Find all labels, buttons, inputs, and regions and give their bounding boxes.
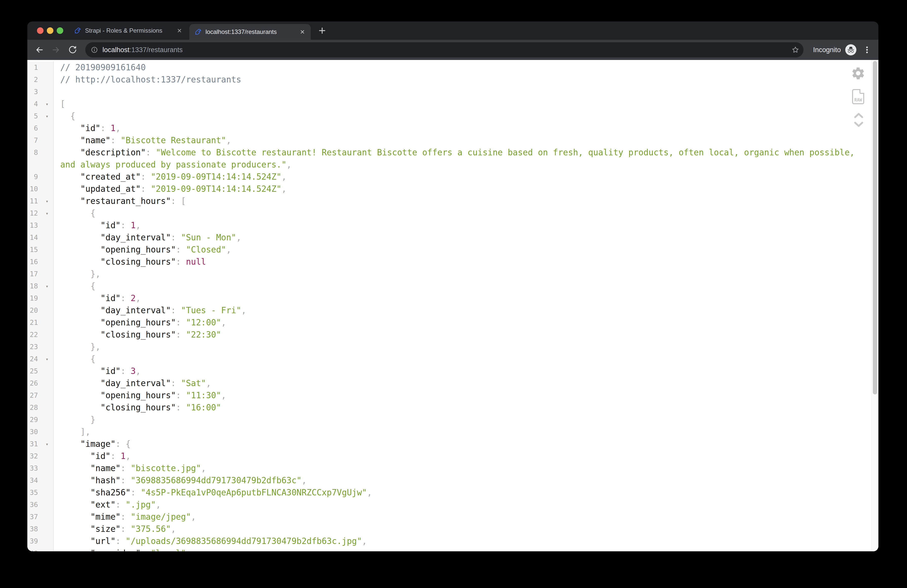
code-text: "provider": "local", xyxy=(54,547,858,551)
address-bar[interactable]: localhost:1337/restaurants xyxy=(85,42,803,58)
site-info-icon[interactable] xyxy=(91,46,98,53)
json-line: 30 ], xyxy=(27,426,878,438)
reload-button[interactable] xyxy=(68,46,77,54)
strapi-favicon-icon xyxy=(74,27,82,34)
collapse-toggle-icon[interactable]: ▾ xyxy=(46,110,48,122)
line-number: 16 xyxy=(28,256,38,268)
line-number-gutter: 15 xyxy=(27,244,54,256)
json-line: 25 "id": 3, xyxy=(27,365,878,377)
line-number-gutter: 10 xyxy=(27,183,54,195)
collapse-toggle-icon[interactable]: ▾ xyxy=(46,438,48,450)
line-number: 1 xyxy=(28,61,38,74)
scroll-down-chevron-icon[interactable] xyxy=(854,121,864,128)
line-number: 38 xyxy=(28,523,38,535)
line-number-gutter: 17 xyxy=(27,268,54,280)
code-text: "id": 1, xyxy=(54,219,858,232)
line-number-gutter: 6 xyxy=(27,122,54,135)
code-text: "mime": "image/jpeg", xyxy=(54,511,858,523)
line-number: 27 xyxy=(28,389,38,402)
json-viewer: 1// 201909091616402// http://localhost:1… xyxy=(27,60,878,551)
bookmark-star-icon[interactable] xyxy=(792,46,800,54)
code-text: { xyxy=(54,110,858,122)
close-window-button[interactable] xyxy=(37,27,43,34)
line-number: 30 xyxy=(28,426,38,438)
back-button[interactable] xyxy=(35,46,44,54)
line-number-gutter: 31▾ xyxy=(27,438,54,450)
json-line: 28 "closing_hours": "16:00" xyxy=(27,402,878,414)
code-text: "ext": ".jpg", xyxy=(54,499,858,511)
collapse-toggle-icon[interactable]: ▾ xyxy=(46,280,48,292)
tab-close-icon[interactable] xyxy=(176,27,183,34)
line-number: 10 xyxy=(28,183,38,195)
tab-bar: Strapi - Roles & Permissions localhost:1… xyxy=(27,21,878,40)
code-text: "description": "Welcome to Biscotte rest… xyxy=(54,146,858,171)
collapse-toggle-icon[interactable]: ▾ xyxy=(46,353,48,365)
code-text: }, xyxy=(54,341,858,353)
tab-strapi[interactable]: Strapi - Roles & Permissions xyxy=(70,21,187,40)
line-number: 21 xyxy=(28,317,38,328)
viewer-settings-gear-icon[interactable] xyxy=(851,66,865,80)
line-number-gutter: 34 xyxy=(27,474,54,487)
maximize-window-button[interactable] xyxy=(57,27,63,34)
line-number: 22 xyxy=(28,328,38,341)
browser-toolbar: localhost:1337/restaurants Incognito xyxy=(27,40,878,60)
raw-view-button[interactable]: RAW xyxy=(852,89,864,104)
json-rows: 1// 201909091616402// http://localhost:1… xyxy=(27,60,878,551)
tab-restaurants[interactable]: localhost:1337/restaurants xyxy=(189,24,311,40)
code-text: "id": 2, xyxy=(54,292,858,304)
code-text xyxy=(54,86,858,98)
collapse-toggle-icon[interactable]: ▾ xyxy=(46,98,48,110)
url-text: localhost:1337/restaurants xyxy=(103,46,183,54)
line-number-gutter: 30 xyxy=(27,426,54,438)
scroll-up-chevron-icon[interactable] xyxy=(854,112,864,119)
line-number-gutter: 22 xyxy=(27,328,54,341)
line-number: 24 xyxy=(28,353,38,365)
json-line: 27 "opening_hours": "11:30", xyxy=(27,389,878,402)
browser-menu-icon[interactable] xyxy=(865,46,869,54)
code-text: "id": 1, xyxy=(54,450,858,462)
line-number-gutter: 23 xyxy=(27,341,54,353)
code-text: "image": { xyxy=(54,438,858,450)
line-number: 14 xyxy=(28,232,38,244)
json-line: 39 "url": "/uploads/3698835686994dd79173… xyxy=(27,535,878,547)
line-number-gutter: 29 xyxy=(27,414,54,426)
code-text: "restaurant_hours": [ xyxy=(54,195,858,207)
new-tab-button[interactable] xyxy=(318,26,327,35)
line-number: 8 xyxy=(28,146,38,159)
forward-button[interactable] xyxy=(51,46,60,54)
line-number: 5 xyxy=(28,110,38,122)
json-line: 21 "opening_hours": "12:00", xyxy=(27,317,878,328)
minimize-window-button[interactable] xyxy=(47,27,53,34)
line-number-gutter: 19 xyxy=(27,292,54,304)
code-text: "created_at": "2019-09-09T14:14:14.524Z"… xyxy=(54,171,858,183)
line-number-gutter: 7 xyxy=(27,135,54,146)
browser-window: Strapi - Roles & Permissions localhost:1… xyxy=(27,21,878,551)
json-line: 23 }, xyxy=(27,341,878,353)
code-text: ], xyxy=(54,426,858,438)
line-number: 25 xyxy=(28,365,38,377)
line-number: 2 xyxy=(28,74,38,86)
line-number: 28 xyxy=(28,402,38,414)
code-text: "opening_hours": "11:30", xyxy=(54,389,858,402)
code-text: "closing_hours": null xyxy=(54,256,858,268)
code-text: "day_interval": "Sun - Mon", xyxy=(54,232,858,244)
json-line: 37 "mime": "image/jpeg", xyxy=(27,511,878,523)
line-number: 20 xyxy=(28,304,38,317)
line-number: 17 xyxy=(28,268,38,280)
json-line: 16 "closing_hours": null xyxy=(27,256,878,268)
line-number: 29 xyxy=(28,414,38,426)
scrollbar-track[interactable] xyxy=(871,60,878,551)
tab-close-icon[interactable] xyxy=(299,29,306,35)
line-number-gutter: 24▾ xyxy=(27,353,54,365)
window-controls xyxy=(37,27,63,34)
line-number: 35 xyxy=(28,487,38,499)
collapse-toggle-icon[interactable]: ▾ xyxy=(46,207,48,219)
incognito-icon xyxy=(847,46,855,54)
line-number-gutter: 38 xyxy=(27,523,54,535)
line-number: 6 xyxy=(28,122,38,135)
json-line: 10 "updated_at": "2019-09-09T14:14:14.52… xyxy=(27,183,878,195)
scrollbar-thumb[interactable] xyxy=(873,61,877,394)
code-text: "id": 1, xyxy=(54,122,858,135)
collapse-toggle-icon[interactable]: ▾ xyxy=(46,195,48,207)
json-line: 12▾ { xyxy=(27,207,878,219)
